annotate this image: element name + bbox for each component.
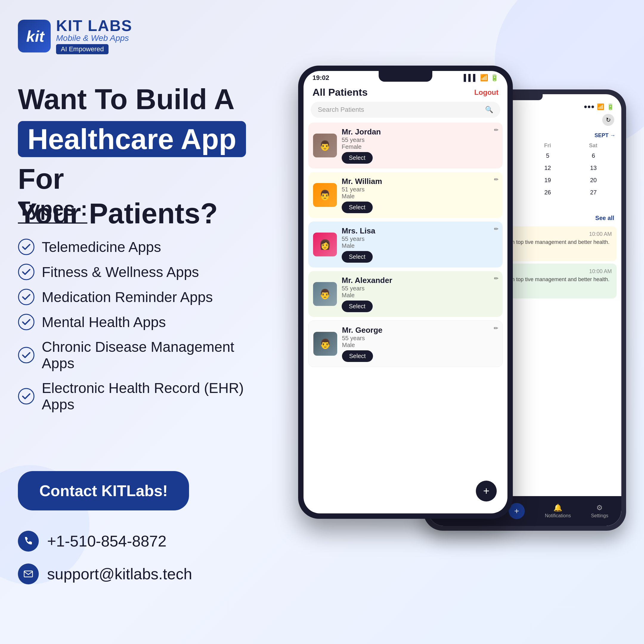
- logo-text: KIT LABS Mobile & Web Apps AI Empowered: [56, 18, 132, 54]
- phone-row: +1-510-854-8872: [18, 531, 192, 552]
- contact-info: +1-510-854-8872 support@kitlabs.tech: [18, 531, 192, 596]
- select-btn-alexander[interactable]: Select: [342, 301, 373, 312]
- patient-gender-george: Male: [342, 342, 498, 349]
- edit-icon-lisa[interactable]: ✏: [494, 226, 499, 232]
- headline-part1: Want To Build A: [18, 83, 235, 115]
- calendar-next-month[interactable]: SEPT →: [595, 132, 615, 139]
- nav-item-settings[interactable]: ⚙ Settings: [591, 504, 608, 518]
- notifications-icon: 🔔: [553, 504, 562, 512]
- type-label-6: Electronic Health Record (EHR) Apps: [42, 380, 262, 413]
- select-btn-george[interactable]: Select: [342, 350, 373, 362]
- battery-icon: 🔋: [490, 74, 499, 82]
- phone-header: All Patients Logout: [304, 82, 507, 102]
- avatar-alexander: 👨: [313, 282, 337, 306]
- search-bar[interactable]: Search Patients 🔍: [311, 102, 500, 118]
- svg-point-3: [18, 289, 34, 305]
- cal-cell[interactable]: 26: [526, 187, 570, 198]
- patient-card-william: 👨 Mr. William 51 years Male Select ✏: [308, 172, 503, 218]
- avatar-placeholder: 👨: [313, 282, 337, 306]
- time-display: 19:02: [312, 74, 329, 82]
- settings-label: Settings: [591, 513, 608, 518]
- check-icon: [18, 388, 35, 405]
- patient-age-william: 51 years: [342, 186, 498, 193]
- headline-highlight: Healthcare App: [18, 121, 246, 157]
- fab-button[interactable]: +: [476, 481, 497, 501]
- contact-button[interactable]: Contact KITLabs!: [18, 471, 189, 510]
- select-btn-jordan[interactable]: Select: [342, 152, 373, 164]
- list-item: Electronic Health Record (EHR) Apps: [18, 380, 262, 413]
- types-list: Telemedicine Apps Fitness & Wellness App…: [18, 239, 262, 413]
- svg-text:kit: kit: [26, 28, 45, 45]
- avatar-placeholder: 👨: [313, 183, 337, 207]
- logo-section: kit KIT LABS Mobile & Web Apps AI Empowe…: [18, 18, 132, 54]
- svg-point-4: [18, 314, 34, 330]
- phone-notch: [379, 71, 432, 82]
- patient-name-george: Mr. George: [342, 326, 498, 335]
- list-item: Mental Health Apps: [18, 314, 262, 330]
- svg-point-6: [18, 388, 34, 404]
- avatar-george: 👨: [313, 332, 337, 356]
- edit-icon-jordan[interactable]: ✏: [494, 127, 499, 133]
- cal-cell[interactable]: 5: [526, 151, 570, 161]
- type-label-1: Telemedicine Apps: [42, 239, 161, 255]
- cal-cell[interactable]: 12: [526, 163, 570, 173]
- list-item: Chronic Disease Management Apps: [18, 339, 262, 371]
- search-placeholder: Search Patients: [318, 106, 364, 114]
- headline-line1: Want To Build A Healthcare App For: [18, 83, 286, 195]
- profile-icon: ↻: [602, 114, 614, 126]
- types-section: Types : Telemedicine Apps Fitness & Well…: [18, 197, 262, 413]
- patient-info-george: Mr. George 55 years Male Select: [342, 326, 498, 362]
- wifi-icon: 📶: [480, 74, 488, 82]
- cal-cell[interactable]: 6: [572, 151, 616, 161]
- patient-gender-william: Male: [342, 193, 498, 200]
- patient-age-alexander: 55 years: [342, 285, 498, 292]
- list-item: Medication Reminder Apps: [18, 289, 262, 305]
- edit-icon-george[interactable]: ✏: [494, 325, 498, 332]
- logo-company-name: KIT LABS: [56, 18, 132, 33]
- logo-badge: AI Empowered: [56, 44, 109, 54]
- type-label-5: Chronic Disease Management Apps: [42, 339, 262, 371]
- cal-cell: [572, 199, 616, 210]
- select-btn-william[interactable]: Select: [342, 202, 373, 213]
- patient-card-alexander: 👨 Mr. Alexander 55 years Male Select ✏: [308, 271, 503, 317]
- patient-card-lisa: 👩 Mrs. Lisa 55 years Male Select ✏: [308, 222, 503, 267]
- check-icon: [18, 264, 35, 280]
- settings-icon: ⚙: [596, 504, 603, 512]
- patient-info-jordan: Mr. Jordan 55 years Female Select: [342, 127, 498, 164]
- patient-name-lisa: Mrs. Lisa: [342, 226, 498, 236]
- phones-container: ●●● 📶 🔋 Mr. Jordan ↻ AUGUST 2022 SEPT →: [298, 66, 626, 632]
- svg-point-1: [18, 239, 34, 255]
- avatar-placeholder: 👩: [313, 233, 337, 256]
- patient-info-lisa: Mrs. Lisa 55 years Male Select: [342, 226, 498, 263]
- cal-cell[interactable]: 19: [526, 175, 570, 185]
- patient-gender-lisa: Male: [342, 242, 498, 249]
- notifications-label: Notifications: [545, 513, 571, 518]
- select-btn-lisa[interactable]: Select: [342, 251, 373, 263]
- avatar-lisa: 👩: [313, 233, 337, 256]
- phone-icon: [18, 531, 39, 552]
- cal-cell[interactable]: 27: [572, 187, 616, 198]
- cal-day-fri: Fri: [525, 143, 570, 149]
- nav-item-notifications[interactable]: 🔔 Notifications: [545, 504, 571, 518]
- edit-icon-william[interactable]: ✏: [494, 176, 499, 183]
- check-icon: [18, 314, 35, 330]
- edit-icon-alexander[interactable]: ✏: [494, 275, 499, 282]
- patient-name-william: Mr. William: [342, 177, 498, 186]
- email-row: support@kitlabs.tech: [18, 563, 192, 584]
- patient-card-george: 👨 Mr. George 55 years Male Select ✏: [308, 321, 503, 367]
- logout-button[interactable]: Logout: [474, 88, 499, 97]
- email-address: support@kitlabs.tech: [47, 565, 192, 583]
- type-label-2: Fitness & Wellness Apps: [42, 264, 199, 280]
- svg-point-2: [18, 264, 34, 280]
- all-patients-title: All Patients: [312, 86, 368, 98]
- patient-gender-alexander: Male: [342, 292, 498, 299]
- check-icon: [18, 347, 35, 363]
- cal-cell[interactable]: 20: [572, 175, 616, 185]
- check-icon: [18, 289, 35, 305]
- cal-cell[interactable]: 13: [572, 163, 616, 173]
- search-icon: 🔍: [485, 106, 493, 114]
- patient-age-george: 55 years: [342, 335, 498, 342]
- patient-info-alexander: Mr. Alexander 55 years Male Select: [342, 276, 498, 312]
- phone-front-screen: 19:02 ▌▌▌ 📶 🔋 All Patients Logout Search…: [304, 71, 507, 513]
- status-icons: ▌▌▌ 📶 🔋: [464, 74, 499, 82]
